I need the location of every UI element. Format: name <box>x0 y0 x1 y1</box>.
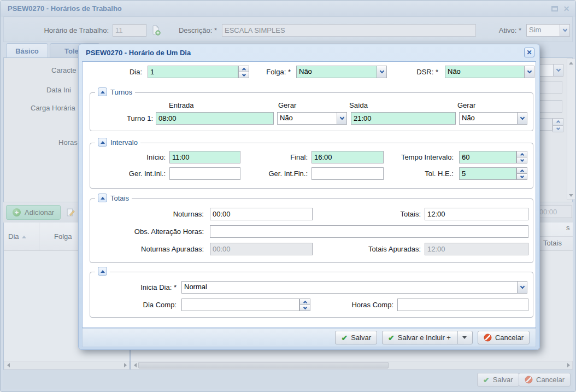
totais-fieldset: Totais Noturnas: Totais: Obs. Alteração … <box>90 198 533 263</box>
chevron-up-icon <box>242 67 245 71</box>
inicia-legend <box>95 267 110 276</box>
salvar-button[interactable]: ✔ Salvar <box>335 331 377 344</box>
chevron-down-icon <box>339 115 344 120</box>
gerar-entrada-value: Não <box>278 113 337 124</box>
tol-he-field[interactable] <box>459 167 516 180</box>
inicio-label: Início: <box>146 151 166 163</box>
tempo-intervalo-spinner[interactable] <box>516 151 527 163</box>
folga-combo[interactable]: Não <box>296 66 387 78</box>
obs-alteracao-field[interactable] <box>210 225 528 238</box>
ger-int-fin-label: Ger. Int.Fin.: <box>268 167 308 180</box>
ger-int-ini-field[interactable] <box>169 167 240 180</box>
spin-up-button[interactable] <box>516 167 527 174</box>
modal-footer: ✔ Salvar ✔ Salvar e Incluir + Cancelar <box>82 328 536 347</box>
spin-up-button[interactable] <box>299 299 310 305</box>
intervalo-collapse-button[interactable] <box>98 138 107 147</box>
modal-body: Dia: Folga: * Não DSR: * Não Turnos <box>82 61 536 328</box>
chevron-down-icon <box>379 69 384 73</box>
chevron-down-icon <box>520 115 524 120</box>
turnos-legend: Turnos <box>95 87 135 96</box>
collapse-icon <box>101 197 105 200</box>
inicia-collapse-button[interactable] <box>98 267 107 276</box>
inicio-field[interactable] <box>169 151 240 163</box>
split-separator <box>457 331 458 344</box>
salvar-incluir-button[interactable]: ✔ Salvar e Incluir + <box>382 331 473 344</box>
spin-up-button[interactable] <box>516 151 527 157</box>
totais-legend: Totais <box>95 194 132 202</box>
noturnas-field[interactable] <box>210 208 313 220</box>
tempo-intervalo-field[interactable] <box>459 151 516 163</box>
chevron-down-icon <box>520 174 524 178</box>
inicia-dia-combo[interactable]: Normal <box>181 281 527 294</box>
turno1-gerar-entrada-combo[interactable]: Não <box>277 112 347 125</box>
turno1-saida-field[interactable] <box>351 112 456 125</box>
tempo-intervalo-label: Tempo Intervalo: <box>401 151 454 163</box>
dsr-combo-trigger[interactable] <box>524 66 534 78</box>
final-label: Final: <box>290 151 308 163</box>
noturnas-apuradas-label: Noturnas Apuradas: <box>141 243 204 255</box>
chevron-up-icon <box>303 300 307 304</box>
totais-collapse-button[interactable] <box>98 194 107 202</box>
collapse-icon <box>101 91 105 93</box>
spin-down-button[interactable] <box>516 174 527 180</box>
turnos-legend-text: Turnos <box>110 88 132 96</box>
dia-spinner[interactable] <box>238 66 249 78</box>
dia-comp-spinner[interactable] <box>299 299 310 311</box>
horas-comp-field[interactable] <box>397 299 528 311</box>
final-field[interactable] <box>311 151 384 163</box>
totais-label: Totais: <box>400 208 421 220</box>
spin-down-button[interactable] <box>299 305 310 311</box>
intervalo-fieldset: Intervalo Início: Final: Tempo Intervalo… <box>90 143 533 189</box>
entrada-column-header: Entrada <box>169 101 194 109</box>
ger-int-fin-field[interactable] <box>311 167 384 180</box>
turno1-gerar-saida-combo[interactable]: Não <box>459 112 527 125</box>
inicia-dia-value: Normal <box>182 282 517 293</box>
noturnas-label: Noturnas: <box>173 208 204 220</box>
inicia-fieldset: Inicia Dia: * Normal Dia Comp: Horas Com… <box>90 272 533 318</box>
check-icon: ✔ <box>388 334 395 342</box>
cancelar-label: Cancelar <box>495 334 524 342</box>
totais-apuradas-field <box>425 243 528 255</box>
folga-label: Folga: * <box>266 66 291 78</box>
gerar-entrada-trigger[interactable] <box>337 113 346 124</box>
dia-comp-field[interactable] <box>181 299 299 311</box>
chevron-down-icon <box>242 72 245 76</box>
chevron-down-icon <box>303 305 307 309</box>
noturnas-apuradas-field <box>210 243 313 255</box>
close-icon: ✕ <box>526 49 532 56</box>
chevron-down-icon <box>527 69 531 73</box>
cancelar-button[interactable]: Cancelar <box>478 331 530 344</box>
inicia-dia-trigger[interactable] <box>517 282 527 293</box>
modal-title: PSEW0270 - Horário de Um Dia <box>86 49 191 57</box>
chevron-down-icon <box>520 157 524 161</box>
folga-combo-trigger[interactable] <box>377 66 386 78</box>
totais-field[interactable] <box>425 208 528 220</box>
intervalo-legend: Intervalo <box>95 138 140 147</box>
modal-close-button[interactable]: ✕ <box>524 48 534 57</box>
turnos-collapse-button[interactable] <box>98 87 107 96</box>
gerar-saida-value: Não <box>460 113 517 124</box>
totais-apuradas-label: Totais Apuradas: <box>368 243 421 255</box>
tol-he-spinner[interactable] <box>516 167 527 180</box>
dropdown-arrow-icon[interactable] <box>462 336 467 339</box>
obs-alteracao-label: Obs. Alteração Horas: <box>134 225 204 238</box>
collapse-icon <box>101 270 105 273</box>
screen: PSEW0270 - Horários de Trabalho ✕ Horári… <box>0 0 576 392</box>
gerar-saida-trigger[interactable] <box>517 113 527 124</box>
spin-down-button[interactable] <box>516 157 527 163</box>
collapse-icon <box>101 141 105 144</box>
inicia-dia-label: Inicia Dia: * <box>140 281 177 294</box>
tol-he-label: Tol. H.E.: <box>425 167 454 180</box>
salvar-incluir-label: Salvar e Incluir + <box>398 334 451 342</box>
turnos-fieldset: Turnos Entrada Gerar Saída Gerar Turno 1… <box>90 92 533 131</box>
chevron-up-icon <box>520 153 524 156</box>
dia-label: Dia: <box>130 66 142 78</box>
turno1-entrada-field[interactable] <box>156 112 274 125</box>
dsr-combo[interactable]: Não <box>445 66 534 78</box>
intervalo-legend-text: Intervalo <box>110 138 138 147</box>
spin-down-button[interactable] <box>238 72 249 78</box>
dsr-combo-value: Não <box>445 66 524 78</box>
spin-up-button[interactable] <box>238 66 249 72</box>
turno1-label: Turno 1: <box>127 112 153 125</box>
dia-field[interactable] <box>148 66 238 78</box>
